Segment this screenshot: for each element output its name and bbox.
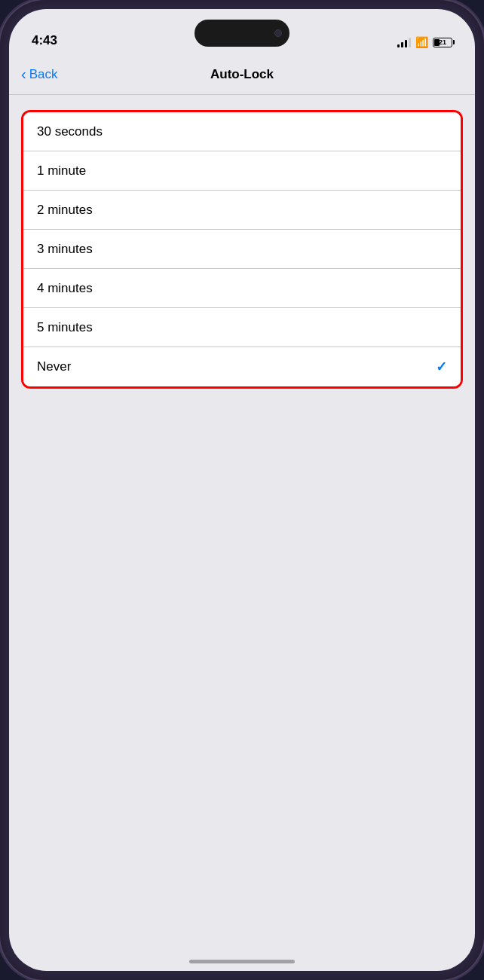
option-item-4m[interactable]: 4 minutes: [23, 269, 461, 308]
phone-screen: 4:43 📶 21 ‹: [9, 9, 475, 971]
main-content: 30 seconds1 minute2 minutes3 minutes4 mi…: [9, 95, 475, 971]
camera-dot: [274, 29, 282, 37]
home-indicator[interactable]: [189, 960, 295, 963]
back-chevron-icon: ‹: [21, 66, 26, 83]
signal-bar-4: [409, 38, 411, 47]
option-item-5m[interactable]: 5 minutes: [23, 308, 461, 347]
option-label-4m: 4 minutes: [37, 281, 93, 296]
signal-bar-2: [401, 42, 403, 47]
wifi-icon: 📶: [415, 36, 428, 48]
option-item-30s[interactable]: 30 seconds: [23, 112, 461, 151]
navigation-bar: ‹ Back Auto-Lock: [9, 54, 475, 95]
signal-bar-1: [397, 44, 400, 47]
option-item-2m[interactable]: 2 minutes: [23, 191, 461, 230]
battery-level: 21: [433, 38, 452, 46]
option-label-3m: 3 minutes: [37, 242, 93, 257]
option-item-never[interactable]: Never✓: [23, 347, 461, 386]
option-label-never: Never: [37, 359, 71, 374]
option-label-2m: 2 minutes: [37, 203, 93, 218]
option-item-3m[interactable]: 3 minutes: [23, 230, 461, 269]
back-button[interactable]: ‹ Back: [21, 66, 57, 83]
option-label-5m: 5 minutes: [37, 320, 93, 335]
back-label: Back: [29, 67, 58, 82]
checkmark-icon: ✓: [436, 359, 447, 375]
status-icons: 📶 21: [397, 36, 452, 48]
option-label-1m: 1 minute: [37, 163, 86, 179]
option-label-30s: 30 seconds: [37, 124, 103, 139]
phone-frame: 4:43 📶 21 ‹: [0, 0, 484, 980]
page-title: Auto-Lock: [210, 67, 274, 82]
auto-lock-options-list: 30 seconds1 minute2 minutes3 minutes4 mi…: [21, 110, 463, 389]
dynamic-island: [195, 20, 289, 47]
signal-bar-3: [405, 40, 407, 47]
signal-bars-icon: [397, 37, 411, 47]
option-item-1m[interactable]: 1 minute: [23, 151, 461, 191]
battery-icon: 21: [433, 38, 452, 47]
